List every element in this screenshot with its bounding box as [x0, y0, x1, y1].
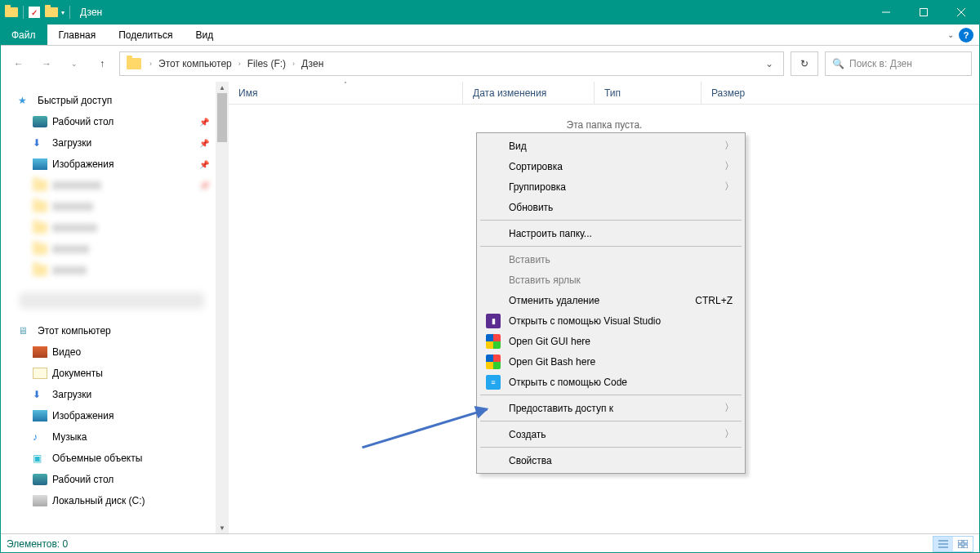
sidebar-scrollbar[interactable]: ▲ ▼	[216, 82, 229, 533]
column-date[interactable]: Дата изменения	[463, 82, 594, 104]
qat-properties-icon[interactable]: ✓	[29, 7, 40, 18]
cm-git-gui[interactable]: Open Git GUI here	[479, 331, 742, 351]
tree-item-desktop[interactable]: Рабочий стол 📌	[0, 111, 229, 132]
cm-undo-delete[interactable]: Отменить удалениеCTRL+Z	[479, 290, 742, 310]
scroll-down-icon[interactable]: ▼	[216, 522, 229, 533]
tree-item-video[interactable]: Видео	[0, 341, 229, 363]
chevron-right-icon[interactable]: ›	[237, 60, 243, 68]
tree-item-blurred[interactable]	[0, 239, 229, 260]
chevron-right-icon[interactable]: ›	[148, 60, 154, 68]
status-bar: Элементов: 0	[0, 533, 980, 553]
chevron-right-icon[interactable]: ›	[291, 60, 296, 68]
view-toggle	[933, 536, 973, 552]
cm-sort[interactable]: Сортировка〉	[479, 156, 742, 176]
nav-forward-button[interactable]: →	[36, 53, 57, 74]
disk-icon	[33, 495, 47, 506]
cm-view[interactable]: Вид〉	[479, 136, 742, 156]
cm-open-code[interactable]: ≡Открыть с помощью Code	[479, 372, 742, 392]
chevron-right-icon: 〉	[724, 427, 734, 441]
tree-item-blurred[interactable]: 📌	[0, 175, 229, 196]
empty-folder-message: Эта папка пуста.	[567, 119, 643, 131]
tree-item-blurred[interactable]	[0, 217, 229, 239]
tree-item-blurred[interactable]	[0, 260, 229, 281]
nav-up-button[interactable]: ↑	[91, 53, 113, 74]
window-close-button[interactable]	[942, 0, 980, 25]
nav-back-button[interactable]: ←	[8, 53, 29, 74]
desktop-icon	[33, 116, 47, 127]
tree-item-documents[interactable]: Документы	[0, 363, 229, 384]
chevron-right-icon: 〉	[724, 139, 734, 153]
cm-share-access[interactable]: Предоставить доступ к〉	[479, 398, 742, 418]
cm-group[interactable]: Группировка〉	[479, 176, 742, 197]
ribbon-tab-home[interactable]: Главная	[47, 25, 108, 45]
breadcrumb-seg-pc[interactable]: Этот компьютер	[157, 58, 234, 69]
svg-rect-10	[964, 545, 968, 548]
ribbon-tab-view[interactable]: Вид	[184, 25, 225, 45]
shortcut-label: CTRL+Z	[695, 295, 733, 306]
cm-git-bash[interactable]: Open Git Bash here	[479, 351, 742, 372]
sort-ascending-icon: ˄	[344, 81, 347, 88]
tree-this-pc[interactable]: 🖥 Этот компьютер	[0, 320, 229, 341]
column-size[interactable]: Размер	[702, 82, 791, 104]
breadcrumb-bar[interactable]: › Этот компьютер › Files (F:) › Дзен ⌄	[119, 51, 784, 76]
search-input[interactable]: 🔍 Поиск в: Дзен	[825, 51, 972, 76]
refresh-button[interactable]: ↻	[791, 51, 818, 76]
chevron-right-icon: 〉	[724, 401, 734, 415]
breadcrumb-seg-drive[interactable]: Files (F:)	[246, 58, 287, 69]
breadcrumb-dropdown-icon[interactable]: ⌄	[759, 58, 780, 69]
documents-icon	[33, 368, 47, 379]
ribbon-file-tab[interactable]: Файл	[0, 25, 47, 45]
music-icon: ♪	[33, 431, 47, 443]
svg-rect-1	[920, 9, 928, 16]
column-name[interactable]: ˄ Имя	[229, 82, 462, 104]
scroll-thumb[interactable]	[217, 93, 227, 142]
pin-icon: 📌	[199, 160, 209, 169]
objects3d-icon: ▣	[33, 453, 47, 464]
svg-rect-8	[964, 540, 968, 543]
pc-icon: 🖥	[18, 325, 33, 337]
svg-rect-7	[958, 540, 962, 543]
app-folder-icon	[5, 7, 18, 17]
scroll-up-icon[interactable]: ▲	[216, 82, 229, 93]
qat-customize-icon[interactable]: ▾	[61, 9, 65, 16]
window-maximize-button[interactable]	[905, 0, 942, 25]
tree-item-downloads2[interactable]: ⬇Загрузки	[0, 384, 229, 405]
ribbon-collapse-icon[interactable]: ⌄	[947, 30, 954, 39]
video-icon	[33, 346, 47, 358]
cm-create[interactable]: Создать〉	[479, 424, 742, 444]
breadcrumb-seg-folder[interactable]: Дзен	[300, 58, 325, 69]
navigation-pane[interactable]: ★ Быстрый доступ Рабочий стол 📌 ⬇ Загруз…	[0, 82, 229, 533]
cm-properties[interactable]: Свойства	[479, 450, 742, 470]
cm-refresh[interactable]: Обновить	[479, 197, 742, 217]
cm-paste-shortcut: Вставить ярлык	[479, 270, 742, 290]
tree-item-pictures2[interactable]: Изображения	[0, 405, 229, 426]
ribbon: Файл Главная Поделиться Вид ⌄ ?	[0, 25, 980, 46]
tree-item-blurred[interactable]	[0, 196, 229, 217]
tree-item-desktop2[interactable]: Рабочий стол	[0, 469, 229, 490]
context-menu: Вид〉 Сортировка〉 Группировка〉 Обновить Н…	[476, 132, 746, 474]
qat-newfolder-icon[interactable]	[45, 7, 58, 17]
tree-item-3d[interactable]: ▣Объемные объекты	[0, 448, 229, 469]
view-details-button[interactable]	[933, 537, 953, 551]
tree-item-music[interactable]: ♪Музыка	[0, 426, 229, 448]
column-type[interactable]: Тип	[595, 82, 701, 104]
desktop-icon	[33, 474, 47, 485]
tree-quick-access[interactable]: ★ Быстрый доступ	[0, 90, 229, 111]
window-minimize-button[interactable]	[867, 0, 905, 25]
cm-open-vs[interactable]: ▮Открыть с помощью Visual Studio	[479, 310, 742, 331]
tree-item-pictures[interactable]: Изображения 📌	[0, 154, 229, 175]
ribbon-help-icon[interactable]: ?	[959, 28, 973, 42]
window-title: Дзен	[80, 7, 102, 18]
view-thumbnails-button[interactable]	[953, 537, 973, 551]
cm-customize[interactable]: Настроить папку...	[479, 223, 742, 243]
visual-studio-icon: ▮	[486, 314, 501, 328]
nav-recent-dropdown[interactable]: ⌄	[64, 53, 85, 74]
vscode-icon: ≡	[486, 375, 501, 390]
chevron-right-icon: 〉	[724, 180, 734, 194]
tree-item-disk-c[interactable]: Локальный диск (C:)	[0, 490, 229, 511]
ribbon-tab-share[interactable]: Поделиться	[107, 25, 184, 45]
git-icon	[486, 355, 501, 369]
tree-item-downloads[interactable]: ⬇ Загрузки 📌	[0, 132, 229, 154]
star-icon: ★	[18, 95, 33, 106]
address-row: ← → ⌄ ↑ › Этот компьютер › Files (F:) › …	[0, 46, 980, 82]
